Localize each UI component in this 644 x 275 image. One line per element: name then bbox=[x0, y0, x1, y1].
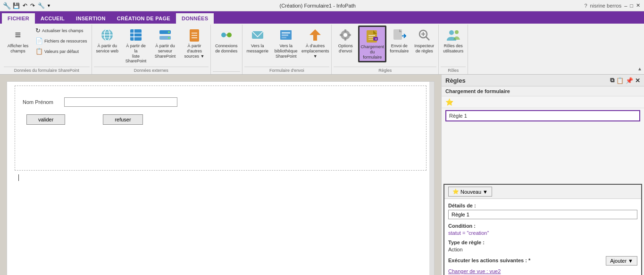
panel-subtitle: Chargement de formulaire bbox=[442, 86, 644, 96]
valeurs-icon: 📋 bbox=[35, 48, 43, 55]
tab-creation-page[interactable]: CRÉATION DE PAGE bbox=[111, 13, 176, 24]
svg-point-26 bbox=[343, 33, 347, 37]
form-canvas: Nom Prénom valider refuser bbox=[7, 81, 435, 275]
autres-emplacements-btn[interactable]: À d'autresemplacements ▼ bbox=[301, 26, 329, 60]
roles-icon bbox=[446, 27, 461, 43]
vertical-scrollbar[interactable] bbox=[429, 82, 434, 275]
form-buttons-row: valider refuser bbox=[26, 114, 415, 125]
tab-donnees[interactable]: DONNÉES bbox=[176, 13, 214, 24]
new-rule-icon[interactable]: ⭐ bbox=[445, 98, 453, 106]
ribbon-content: ≡ Afficher les champs ↻ Actualiser les c… bbox=[0, 24, 644, 75]
panel-new-icon-row: ⭐ bbox=[442, 96, 644, 108]
small-buttons-stack: ↻ Actualiser les champs 📄 Fichiers de re… bbox=[33, 26, 90, 56]
panel-title-icons: ⧉ 📋 📌 ✕ bbox=[610, 77, 640, 84]
ajouter-label: Ajouter bbox=[610, 258, 627, 264]
actualiser-champs-btn[interactable]: ↻ Actualiser les champs bbox=[33, 26, 90, 35]
svg-point-42 bbox=[455, 30, 459, 34]
autres-sources-icon bbox=[187, 27, 202, 43]
close-btn[interactable]: ✕ bbox=[636, 2, 640, 9]
title-text: (Création) Formulaire1 - InfoPath bbox=[279, 3, 355, 9]
panel-close-icon[interactable]: ✕ bbox=[635, 77, 640, 84]
roles-utilisateurs-btn[interactable]: Rôles desutilisateurs bbox=[441, 26, 466, 56]
tab-fichier[interactable]: FICHIER bbox=[2, 13, 35, 24]
name-input[interactable] bbox=[64, 97, 177, 107]
rule-name-input[interactable] bbox=[448, 210, 637, 219]
ajouter-btn[interactable]: Ajouter ▼ bbox=[606, 256, 637, 266]
action-link[interactable]: Changer de vue : vue2 bbox=[448, 268, 501, 274]
ribbon-expand-btn[interactable]: ▲ bbox=[637, 25, 642, 74]
inspecteur-regles-btn[interactable]: Inspecteurde règles bbox=[412, 26, 436, 56]
panel-title: Règles bbox=[445, 77, 466, 84]
action-link-row: Changer de vue : vue2 bbox=[448, 268, 637, 274]
actualiser-icon: ↻ bbox=[35, 27, 41, 34]
svg-rect-32 bbox=[368, 35, 375, 36]
tab-accueil[interactable]: ACCUEIL bbox=[35, 13, 70, 24]
ajouter-arrow-icon: ▼ bbox=[628, 258, 633, 264]
refuser-btn[interactable]: refuser bbox=[103, 114, 142, 125]
svg-rect-22 bbox=[282, 32, 290, 34]
options-envoi-btn[interactable]: Optionsd'envoi bbox=[334, 26, 357, 56]
svg-point-41 bbox=[449, 30, 454, 35]
fichiers-icon: 📄 bbox=[35, 37, 43, 44]
form-dashed-box: Nom Prénom valider refuser bbox=[15, 86, 427, 171]
svg-rect-23 bbox=[282, 34, 288, 36]
panel-copy-icon[interactable]: ⧉ bbox=[610, 77, 614, 84]
partir-serveur-sharepoint-btn[interactable]: À partir du serveurSharePoint bbox=[151, 26, 179, 60]
panel-title-bar: Règles ⧉ 📋 📌 ✕ bbox=[442, 75, 644, 86]
autres-emplacements-icon bbox=[308, 27, 323, 43]
ribbon-group-donnees-formulaire: ≡ Afficher les champs ↻ Actualiser les c… bbox=[2, 25, 92, 74]
nouveau-btn[interactable]: ⭐ Nouveau ▼ bbox=[448, 187, 492, 197]
fichiers-ressources-btn[interactable]: 📄 Fichiers de ressources bbox=[33, 36, 90, 46]
dropdown-chevron-icon: ▼ bbox=[483, 189, 488, 195]
ribbon-tab-bar: FICHIER ACCUEIL INSERTION CRÉATION DE PA… bbox=[0, 11, 644, 24]
vers-bibliotheque-sharepoint-btn[interactable]: Vers la bibliothèqueSharePoint bbox=[272, 26, 300, 60]
vers-messagerie-btn[interactable]: Vers lamessagerie bbox=[244, 26, 271, 56]
dropdown-arrow-icon[interactable]: ▼ bbox=[47, 3, 51, 8]
user-name: nisrine berros bbox=[590, 3, 622, 9]
partir-autres-sources-btn[interactable]: À partir d'autressources ▼ bbox=[180, 26, 209, 60]
envoi-formulaire-btn[interactable]: Envoi deformulaire bbox=[387, 26, 411, 56]
details-panel: ⭐ Nouveau ▼ Détails de : Condition : sta… bbox=[443, 184, 642, 275]
ribbon-group-roles: Rôles desutilisateurs Rôles bbox=[439, 25, 468, 74]
form-content: Nom Prénom valider refuser bbox=[11, 86, 430, 227]
chargement-formulaire-btn[interactable]: Chargementdu formulaire bbox=[358, 26, 386, 62]
maximize-btn[interactable]: □ bbox=[630, 3, 633, 9]
nouveau-label: Nouveau bbox=[460, 189, 481, 195]
svg-point-17 bbox=[221, 33, 226, 37]
svg-rect-30 bbox=[348, 34, 351, 36]
redo-icon[interactable]: ↷ bbox=[29, 2, 36, 9]
partir-service-web-btn[interactable]: À partir duservice web bbox=[94, 26, 121, 56]
form-canvas-area: Nom Prénom valider refuser bbox=[0, 75, 441, 275]
condition-value[interactable]: statut = "creation" bbox=[448, 230, 489, 236]
ribbon-group-donnees-externes: À partir duservice web À partir de lalis… bbox=[92, 25, 211, 74]
tab-insertion[interactable]: INSERTION bbox=[70, 13, 111, 24]
svg-rect-27 bbox=[344, 29, 346, 32]
tool-icon[interactable]: 🔧 bbox=[37, 2, 46, 9]
svg-point-11 bbox=[168, 31, 170, 33]
panel-paste-icon[interactable]: 📋 bbox=[616, 77, 624, 84]
cursor-indicator bbox=[18, 174, 423, 181]
save-icon[interactable]: 💾 bbox=[12, 2, 21, 9]
rule-list: Règle 1 bbox=[442, 108, 644, 182]
type-value: Action bbox=[448, 247, 637, 252]
afficher-champs-btn[interactable]: ≡ Afficher les champs bbox=[4, 26, 32, 56]
main-area: Nom Prénom valider refuser Règles ⧉ 📋 📌 bbox=[0, 75, 644, 275]
svg-line-38 bbox=[426, 37, 429, 40]
connexions-donnees-btn[interactable]: Connexionsde données bbox=[213, 26, 240, 56]
service-web-icon bbox=[100, 27, 115, 43]
help-text: ? bbox=[584, 3, 587, 9]
detail-condition-row: Condition : statut = "creation" bbox=[448, 223, 637, 236]
options-envoi-icon bbox=[338, 27, 353, 43]
pin-icon[interactable]: 📌 bbox=[626, 77, 633, 84]
valeurs-defaut-btn[interactable]: 📋 Valeurs par défaut bbox=[33, 46, 90, 56]
partir-liste-sharepoint-btn[interactable]: À partir de laliste SharePoint bbox=[122, 26, 150, 66]
undo-icon[interactable]: ↶ bbox=[22, 2, 28, 9]
valider-btn[interactable]: valider bbox=[26, 114, 65, 125]
svg-rect-20 bbox=[252, 31, 263, 39]
minimize-btn[interactable]: – bbox=[624, 3, 627, 9]
envoi-formulaire-icon bbox=[392, 27, 407, 43]
field-label: Nom Prénom bbox=[23, 99, 60, 105]
execute-row: Exécuter les actions suivantes : * Ajout… bbox=[448, 256, 637, 266]
rule-item-1[interactable]: Règle 1 bbox=[445, 110, 640, 121]
svg-rect-33 bbox=[368, 37, 373, 38]
